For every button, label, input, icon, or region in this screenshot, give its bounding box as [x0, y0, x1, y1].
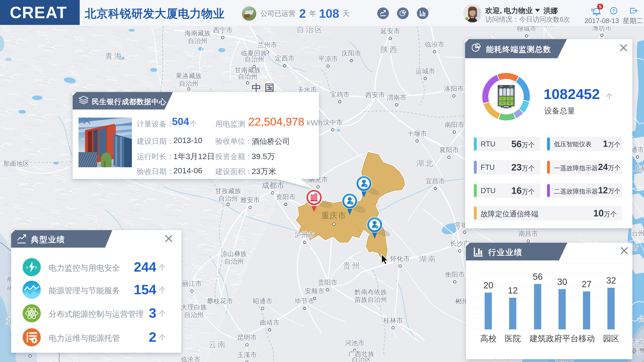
svg-text:贵阳市: 贵阳市	[318, 279, 338, 286]
svg-text:庆阳市: 庆阳市	[342, 50, 361, 57]
svg-text:桂林市: 桂林市	[383, 317, 403, 324]
svg-text:那曲地区: 那曲地区	[3, 160, 29, 167]
svg-text:甘南藏族: 甘南藏族	[235, 66, 261, 74]
svg-text:十堰市: 十堰市	[407, 130, 427, 137]
svg-text:兰州市: 兰州市	[258, 41, 277, 48]
svg-text:云南: 云南	[208, 340, 227, 349]
svg-text:自治州: 自治州	[184, 311, 204, 318]
svg-text:台州: 台州	[632, 230, 644, 237]
svg-text:重庆市: 重庆市	[321, 211, 346, 220]
svg-text:西安市: 西安市	[365, 91, 385, 98]
svg-text:昆明市: 昆明市	[237, 334, 257, 341]
svg-text:运城市: 运城市	[416, 68, 435, 75]
svg-text:自治区: 自治区	[296, 25, 324, 34]
svg-text:陕西: 陕西	[380, 45, 399, 54]
svg-text:?: ?	[612, 8, 615, 13]
svg-text:泸州市: 泸州市	[295, 231, 314, 238]
svg-text:宜昌市: 宜昌市	[426, 178, 445, 185]
svg-text:渭南市: 渭南市	[387, 94, 406, 101]
svg-text:市: 市	[632, 244, 638, 251]
svg-text:苗族自治州: 苗族自治州	[354, 296, 387, 303]
svg-text:上海: 上海	[633, 165, 644, 172]
svg-text:临沧市: 临沧市	[181, 356, 200, 362]
svg-text:襄阳市: 襄阳市	[439, 146, 459, 154]
svg-text:延安市: 延安市	[380, 28, 400, 35]
svg-text:自治州: 自治州	[238, 73, 258, 80]
svg-text:湖北: 湖北	[416, 159, 434, 168]
svg-text:资阳市: 资阳市	[276, 193, 296, 200]
svg-text:青海: 青海	[105, 52, 123, 60]
svg-text:湖南: 湖南	[419, 254, 437, 263]
svg-text:雅安市: 雅安市	[240, 196, 260, 204]
svg-text:自治区: 自治区	[352, 356, 371, 362]
svg-text:安顺市: 安顺市	[305, 288, 324, 295]
svg-text:黔南布依族: 黔南布依族	[354, 288, 387, 296]
svg-text:平凉市: 平凉市	[318, 55, 338, 62]
svg-text:毕节市: 毕节市	[295, 298, 314, 305]
svg-text:汉中市: 汉中市	[323, 119, 342, 126]
svg-text:海南藏族: 海南藏族	[184, 30, 211, 37]
svg-text:西宁市: 西宁市	[213, 26, 232, 34]
svg-text:凉山彝族: 凉山彝族	[221, 250, 247, 258]
svg-text:定西市: 定西市	[275, 55, 294, 62]
svg-text:自治州: 自治州	[188, 37, 207, 44]
svg-text:自治州: 自治州	[218, 195, 238, 202]
svg-text:自治州: 自治州	[224, 258, 244, 265]
svg-text:自治州: 自治州	[179, 80, 198, 87]
svg-text:5: 5	[599, 4, 601, 9]
svg-text:玉溪市: 玉溪市	[237, 351, 257, 358]
svg-text:臺灣: 臺灣	[631, 347, 644, 354]
svg-text:衡阳市: 衡阳市	[445, 271, 464, 278]
svg-text:甘孜藏族: 甘孜藏族	[215, 187, 241, 194]
svg-text:南昌市: 南昌市	[518, 230, 538, 237]
svg-text:临汾市: 临汾市	[425, 41, 444, 48]
svg-text:自治州: 自治州	[245, 56, 264, 63]
svg-text:昭通市: 昭通市	[253, 298, 272, 305]
svg-text:贵州: 贵州	[343, 261, 361, 270]
svg-text:台: 台	[638, 315, 644, 322]
svg-text:洛阳市: 洛阳市	[444, 85, 464, 92]
svg-text:丽江市: 丽江市	[182, 280, 202, 287]
svg-text:大理白族: 大理白族	[181, 304, 207, 311]
svg-text:怀化市: 怀化市	[390, 255, 410, 262]
svg-text:曲靖市: 曲靖市	[260, 319, 279, 326]
svg-text:通市: 通市	[631, 146, 644, 153]
svg-text:宝鸡市: 宝鸡市	[330, 91, 350, 98]
svg-text:南阳市: 南阳市	[444, 121, 464, 128]
svg-text:果洛藏族: 果洛藏族	[176, 72, 202, 80]
svg-text:中国: 中国	[252, 82, 278, 94]
svg-text:攀枝花市: 攀枝花市	[207, 298, 233, 305]
svg-text:河池市: 河池市	[345, 340, 364, 347]
